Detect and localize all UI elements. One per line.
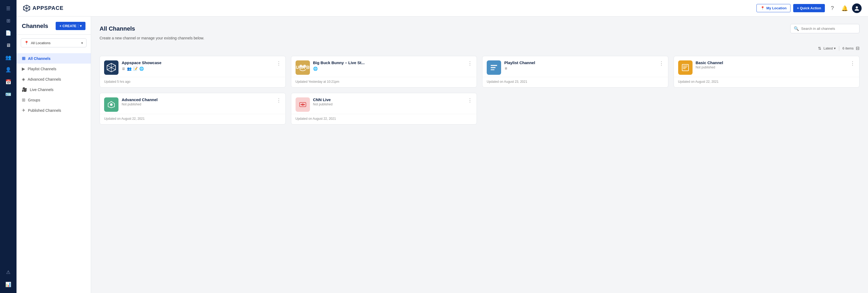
card-top: Appspace Showcase 🖥 👥 📝 🌐 ⋮ bbox=[100, 56, 285, 77]
svg-rect-9 bbox=[683, 66, 688, 66]
svg-rect-17 bbox=[304, 104, 305, 105]
sidebar-item-published-channels[interactable]: ✈ Published Channels bbox=[17, 105, 91, 116]
channel-card-basic: Basic Channel Not published ⋮ Updated on… bbox=[674, 56, 860, 88]
cnn-card-icon bbox=[299, 100, 307, 109]
appspace-showcase-menu-icon[interactable]: ⋮ bbox=[276, 60, 281, 66]
search-bar[interactable]: 🔍 bbox=[790, 24, 860, 33]
display-icon: 🖥 bbox=[504, 67, 507, 70]
published-channels-label: Published Channels bbox=[28, 108, 61, 112]
bbb-icons: 🌐 bbox=[313, 67, 464, 71]
sort-label: Latest bbox=[824, 46, 833, 50]
text-icon: 📝 bbox=[133, 67, 138, 71]
cnn-menu-icon[interactable]: ⋮ bbox=[468, 97, 472, 103]
logo-area: APPSPACE bbox=[23, 4, 64, 12]
display-icon: 🖥 bbox=[122, 67, 125, 71]
channels-icon[interactable]: 🖥 bbox=[3, 40, 13, 51]
advanced-card-icon bbox=[107, 100, 116, 109]
users-icon[interactable]: 👥 bbox=[3, 52, 13, 63]
app-logo-text: APPSPACE bbox=[32, 5, 64, 11]
advanced-status: Not published bbox=[122, 102, 272, 106]
sidebar-header: Channels + CREATE ▾ bbox=[17, 17, 91, 35]
quick-action-label: + Quick Action bbox=[797, 6, 821, 10]
appspace-logo-card-icon bbox=[106, 62, 117, 73]
bbb-logo-icon: BIG BUCK BUNNY bbox=[296, 60, 310, 75]
advanced-menu-icon[interactable]: ⋮ bbox=[276, 97, 281, 103]
svg-point-13 bbox=[110, 103, 113, 106]
appspace-logo-icon bbox=[23, 4, 30, 12]
location-chevron-icon: ▾ bbox=[81, 41, 83, 45]
sort-button[interactable]: Latest ▾ bbox=[824, 46, 836, 50]
hamburger-menu-icon[interactable]: ☰ bbox=[3, 3, 13, 14]
playlist-updated: Updated on August 23, 2021 bbox=[487, 80, 527, 84]
published-channels-icon: ✈ bbox=[22, 108, 25, 113]
search-input[interactable] bbox=[801, 27, 856, 31]
cnn-name: CNN Live bbox=[313, 97, 464, 102]
content-subtitle: Create a new channel or manage your exis… bbox=[100, 36, 860, 40]
appspace-showcase-icons: 🖥 👥 📝 🌐 bbox=[122, 67, 272, 71]
svg-point-4 bbox=[303, 65, 306, 68]
create-dropdown-arrow[interactable]: ▾ bbox=[78, 24, 82, 28]
sidebar-item-playlist-channels[interactable]: ▶ Playlist Channels bbox=[17, 64, 91, 74]
card-top: CNN Live Not published ⋮ bbox=[291, 93, 477, 114]
card-top: Basic Channel Not published ⋮ bbox=[674, 56, 860, 77]
live-channels-icon: 🎥 bbox=[22, 87, 27, 92]
avatar[interactable] bbox=[852, 3, 862, 13]
sidebar-nav: ⊞ All Channels ▶ Playlist Channels ◈ Adv… bbox=[17, 51, 91, 118]
chart-icon[interactable]: 📊 bbox=[3, 279, 13, 290]
advanced-updated: Updated on August 22, 2021 bbox=[104, 117, 145, 121]
calendar-icon[interactable]: 📅 bbox=[3, 77, 13, 87]
create-button[interactable]: + CREATE ▾ bbox=[56, 22, 86, 30]
cnn-status: Not published bbox=[313, 102, 464, 106]
basic-footer: Updated on August 22, 2021 bbox=[674, 77, 860, 87]
advanced-channels-label: Advanced Channels bbox=[28, 77, 61, 82]
top-bar-right: 📍 My Location + Quick Action ? 🔔 bbox=[756, 3, 862, 13]
content-icon[interactable]: 📄 bbox=[3, 28, 13, 38]
playlist-menu-icon[interactable]: ⋮ bbox=[659, 60, 664, 66]
cnn-icon bbox=[296, 97, 310, 112]
appspace-showcase-footer: Updated 5 hrs ago bbox=[100, 77, 285, 87]
quick-action-button[interactable]: + Quick Action bbox=[793, 4, 825, 12]
sidebar-item-live-channels[interactable]: 🎥 Live Channels bbox=[17, 84, 91, 95]
notifications-icon[interactable]: 🔔 bbox=[840, 3, 849, 13]
warning-icon[interactable]: ⚠ bbox=[3, 267, 13, 278]
channel-card-playlist: Playlist Channel 🖥 ⋮ Updated on August 2… bbox=[482, 56, 668, 88]
location-dropdown[interactable]: 📍 All Locations ▾ bbox=[21, 38, 87, 47]
bbb-name: Big Buck Bunny – Live St... bbox=[313, 60, 464, 65]
appspace-showcase-info: Appspace Showcase 🖥 👥 📝 🌐 bbox=[122, 60, 272, 71]
sidebar-item-advanced-channels[interactable]: ◈ Advanced Channels bbox=[17, 74, 91, 84]
content-area: All Channels 🔍 Create a new channel or m… bbox=[91, 17, 868, 293]
svg-rect-5 bbox=[491, 65, 497, 66]
content-header: All Channels 🔍 bbox=[100, 24, 860, 33]
location-pin-icon: 📍 bbox=[761, 6, 765, 10]
playlist-card-icon bbox=[490, 63, 498, 72]
bbb-icon: BIG BUCK BUNNY bbox=[296, 60, 310, 75]
advanced-channels-icon: ◈ bbox=[22, 77, 25, 82]
sidebar-item-groups[interactable]: ⊞ Groups bbox=[17, 95, 91, 105]
badge-icon[interactable]: 🪪 bbox=[3, 89, 13, 100]
sidebar-title: Channels bbox=[22, 23, 48, 30]
channels-grid: Appspace Showcase 🖥 👥 📝 🌐 ⋮ Updated 5 hr… bbox=[100, 56, 860, 125]
svg-point-15 bbox=[302, 103, 304, 106]
globe-icon: 🌐 bbox=[313, 67, 318, 71]
person-icon[interactable]: 👤 bbox=[3, 64, 13, 75]
channel-card-big-buck-bunny: BIG BUCK BUNNY Big Buck Bunny – Live St.… bbox=[291, 56, 477, 88]
svg-rect-7 bbox=[491, 69, 494, 70]
my-location-button[interactable]: 📍 My Location bbox=[756, 4, 790, 12]
playlist-channels-label: Playlist Channels bbox=[28, 67, 56, 71]
groups-label: Groups bbox=[28, 98, 40, 102]
channel-card-appspace-showcase: Appspace Showcase 🖥 👥 📝 🌐 ⋮ Updated 5 hr… bbox=[100, 56, 286, 88]
cnn-footer: Updated on August 22, 2021 bbox=[291, 114, 477, 124]
icon-sidebar: ☰ ⊞ 📄 🖥 👥 👤 📅 🪪 ⚠ 📊 bbox=[0, 0, 17, 293]
basic-menu-icon[interactable]: ⋮ bbox=[850, 60, 855, 66]
dashboard-icon[interactable]: ⊞ bbox=[3, 15, 13, 26]
my-location-label: My Location bbox=[766, 6, 786, 10]
bbb-updated: Updated Yesterday at 10:21pm bbox=[296, 80, 339, 84]
basic-status: Not published bbox=[696, 65, 846, 69]
search-icon: 🔍 bbox=[794, 26, 799, 31]
sidebar-item-all-channels[interactable]: ⊞ All Channels bbox=[17, 53, 91, 64]
svg-rect-6 bbox=[491, 67, 496, 68]
help-icon[interactable]: ? bbox=[828, 3, 837, 13]
bbb-menu-icon[interactable]: ⋮ bbox=[468, 60, 472, 66]
svg-rect-10 bbox=[683, 67, 687, 68]
view-toggle-button[interactable]: ⊟ bbox=[856, 45, 860, 51]
